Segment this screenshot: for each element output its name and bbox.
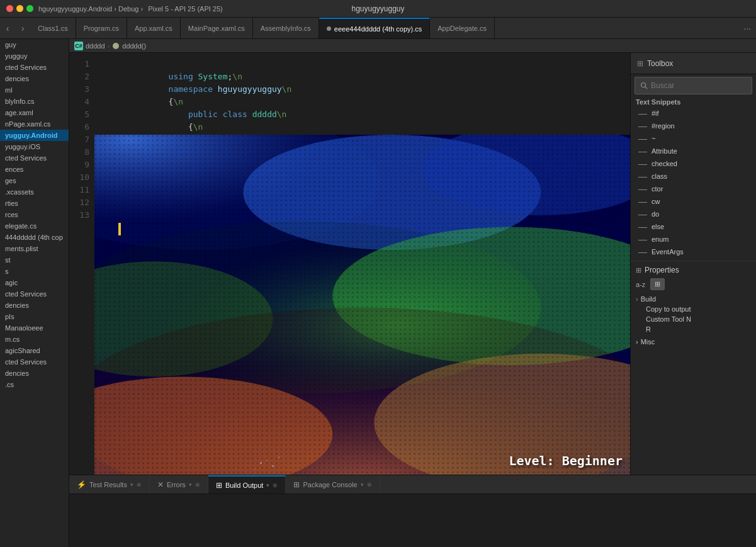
traffic-lights[interactable] xyxy=(6,5,33,12)
sidebar-item-agicshared[interactable]: agicShared xyxy=(0,345,69,356)
test-results-icon: ⚡ xyxy=(77,480,86,489)
editor-area[interactable]: 1 2 3 4 5 6 7 8 9 10 11 12 13 xyxy=(69,53,630,475)
sidebar-item-cted3[interactable]: cted Services xyxy=(0,288,69,300)
sidebar-item-blyinfo[interactable]: blyInfo.cs xyxy=(0,96,69,107)
code-line-3: {\n xyxy=(99,83,630,96)
line-num-7: 7 xyxy=(69,133,94,146)
sidebar-item-dencies[interactable]: dencies xyxy=(0,73,69,84)
sidebar-item-ges[interactable]: ges xyxy=(0,175,69,186)
sidebar-item-rties[interactable]: rties xyxy=(0,198,69,209)
snippet-label: checked xyxy=(652,160,677,167)
sidebar-item-444ddddd[interactable]: 444ddddd (4th cop xyxy=(0,232,69,243)
build-output-icon: ⊞ xyxy=(216,481,222,490)
sidebar-item-yugguy[interactable]: yugguy xyxy=(0,50,69,62)
tab-mainpage[interactable]: MainPage.xaml.cs xyxy=(181,18,253,38)
snippet-do[interactable]: — do xyxy=(631,208,756,220)
tab-next-button[interactable]: › xyxy=(15,18,30,39)
editor-content[interactable]: 1 2 3 4 5 6 7 8 9 10 11 12 13 xyxy=(69,53,630,475)
sidebar-item-age-xaml[interactable]: age.xaml xyxy=(0,107,69,118)
sidebar-item-ml[interactable]: ml xyxy=(0,84,69,96)
sidebar-item-guy[interactable]: guy xyxy=(0,39,69,50)
properties-label: Properties xyxy=(645,266,679,274)
sidebar-item-apis[interactable]: pIs xyxy=(0,311,69,322)
snippet-cw[interactable]: — cw xyxy=(631,195,756,208)
toolbox-search-input[interactable] xyxy=(651,81,747,90)
sidebar-item-npage[interactable]: nPage.xaml.cs xyxy=(0,118,69,130)
sidebar-item-cted-services[interactable]: cted Services xyxy=(0,62,69,73)
tab-errors[interactable]: ✕ Errors ▾ ⊕ xyxy=(150,475,208,493)
snippet-eventargs[interactable]: — EventArgs xyxy=(631,245,756,258)
snippet-enum[interactable]: — enum xyxy=(631,233,756,245)
code-line-5: {\n xyxy=(99,108,630,121)
breadcrumb-part1: ddddd xyxy=(86,42,105,50)
build-output-action[interactable]: ⊕ xyxy=(273,482,278,488)
sidebar-item-cted2[interactable]: cted Services xyxy=(0,152,69,164)
project-name: hguyugyyugguy xyxy=(351,4,404,13)
snippet-dots: — xyxy=(638,159,647,169)
snippet-region[interactable]: — #region xyxy=(631,120,756,132)
snippet-class[interactable]: — class xyxy=(631,170,756,183)
sidebar-item-dencies3[interactable]: dencies xyxy=(0,368,69,379)
sidebar-item-xcassets[interactable]: .xcassets xyxy=(0,186,69,198)
tab-prev-button[interactable]: ‹ xyxy=(0,18,15,39)
line-num-3: 3 xyxy=(69,83,94,96)
output-area xyxy=(69,493,756,547)
snippet-tilde[interactable]: — ~ xyxy=(631,132,756,145)
custom-tool[interactable]: Custom Tool N xyxy=(636,314,751,324)
sidebar-item-st[interactable]: st xyxy=(0,254,69,266)
package-console-action[interactable]: ⊕ xyxy=(367,482,372,488)
line-num-4: 4 xyxy=(69,96,94,108)
minimize-button[interactable] xyxy=(16,5,23,12)
sidebar-item-cted4[interactable]: cted Services xyxy=(0,356,69,368)
line-num-12: 12 xyxy=(69,196,94,209)
tab-app[interactable]: App.xaml.cs xyxy=(127,18,181,38)
tab-package-console[interactable]: ⊞ Package Console ▾ ⊕ xyxy=(286,475,380,493)
snippet-ctor[interactable]: — ctor xyxy=(631,183,756,195)
maximize-button[interactable] xyxy=(26,5,33,12)
snippet-dots: — xyxy=(638,121,647,131)
test-results-label: Test Results xyxy=(89,481,127,488)
misc-section-header[interactable]: › Misc xyxy=(636,338,751,346)
close-button[interactable] xyxy=(6,5,13,12)
sidebar-item-s[interactable]: s xyxy=(0,266,69,277)
sidebar-item-cs[interactable]: .cs xyxy=(0,379,69,390)
snippet-label: ctor xyxy=(652,185,663,193)
snippet-label: enum xyxy=(652,235,669,243)
sidebar-item-android[interactable]: yugguy.Android xyxy=(0,130,69,141)
sidebar-item-dencies2[interactable]: dencies xyxy=(0,300,69,311)
line-num-1: 1 xyxy=(69,58,94,70)
toolbox-tab-grid[interactable]: ⊞ xyxy=(650,278,665,290)
copy-to-output[interactable]: Copy to output xyxy=(636,304,751,314)
sidebar-item-ios[interactable]: yugguy.iOS xyxy=(0,141,69,152)
snippet-attribute[interactable]: — Attribute xyxy=(631,145,756,157)
svg-point-15 xyxy=(260,462,262,464)
tab-overflow-button[interactable]: ··· xyxy=(738,23,756,33)
tab-class1[interactable]: Class1.cs xyxy=(30,18,76,38)
tab-appdelegate[interactable]: AppDelegate.cs xyxy=(430,18,495,38)
errors-action[interactable]: ⊕ xyxy=(195,482,200,488)
tab-build-output[interactable]: ⊞ Build Output ▾ ⊕ xyxy=(208,475,286,493)
snippet-else[interactable]: — else xyxy=(631,220,756,233)
tab-program[interactable]: Program.cs xyxy=(76,18,127,38)
sidebar-item-manaoloeee[interactable]: Manaoloeee xyxy=(0,322,69,334)
sidebar-item-agic[interactable]: agic xyxy=(0,277,69,288)
svg-rect-14 xyxy=(94,135,630,475)
sidebar-item-ences[interactable]: ences xyxy=(0,164,69,175)
sidebar-item-ments[interactable]: ments.plist xyxy=(0,243,69,254)
tab-assemblyinfo[interactable]: AssemblyInfo.cs xyxy=(253,18,319,38)
code-content[interactable]: using System;\n namespace hguyugyyugguy\… xyxy=(94,53,630,475)
toolbox-search-container[interactable] xyxy=(635,77,752,94)
snippet-if[interactable]: — #if xyxy=(631,107,756,120)
sidebar-item-m-cs[interactable]: m.cs xyxy=(0,334,69,345)
snippet-checked[interactable]: — checked xyxy=(631,157,756,170)
sidebar-item-elegate[interactable]: elegate.cs xyxy=(0,220,69,232)
line-num-2: 2 xyxy=(69,70,94,83)
code-line-6: public ddddd()\n xyxy=(99,121,630,133)
svg-point-16 xyxy=(266,460,268,461)
tab-eeee[interactable]: eeee444ddddd (4th copy).cs xyxy=(319,18,430,38)
sidebar-item-rces[interactable]: rces xyxy=(0,209,69,220)
package-console-label: Package Console xyxy=(303,481,357,488)
test-results-action[interactable]: ⊕ xyxy=(137,482,142,488)
tab-test-results[interactable]: ⚡ Test Results ▾ ⊕ xyxy=(69,475,150,493)
build-section-header[interactable]: › Build xyxy=(636,294,751,304)
